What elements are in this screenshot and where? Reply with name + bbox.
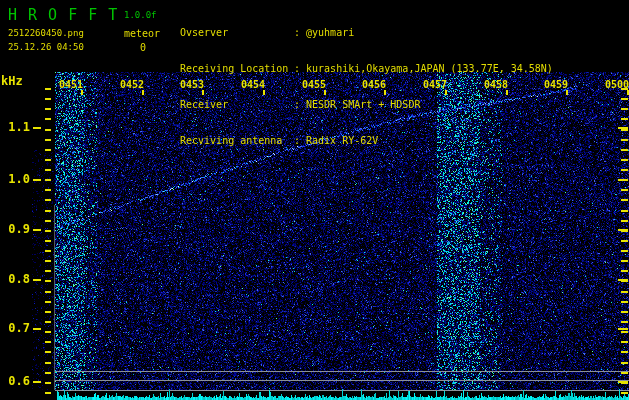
info-row-observer: Ovserver:@yuhmari [180, 27, 553, 39]
time-axis-label: 0457 [417, 80, 447, 89]
info-label: Ovserver [180, 27, 294, 39]
time-axis-label: 0455 [296, 80, 326, 89]
observation-datetime: 25.12.26 04:50 [8, 42, 84, 52]
info-row-receiver: Receiver:NESDR SMArt + HDSDR [180, 99, 553, 111]
info-row-location: Receiving Location:kurashiki,Okayama,JAP… [180, 63, 553, 75]
freq-axis-label: 0.7 [0, 323, 30, 334]
freq-axis-label: 1.0 [0, 174, 30, 185]
freq-axis-label: 0.8 [0, 274, 30, 285]
time-axis-label: 0459 [538, 80, 568, 89]
info-label: Receiving Location [180, 63, 294, 75]
info-separator: : [294, 63, 300, 75]
time-axis-label: 0452 [114, 80, 144, 89]
info-row-antenna: Recviving antenna:Radix RY-62V [180, 135, 553, 147]
time-axis-label: 0451 [53, 80, 83, 89]
time-axis-label: 0458 [478, 80, 508, 89]
info-separator: : [294, 99, 300, 111]
info-label: Recviving antenna [180, 135, 294, 147]
freq-axis-label: 0.9 [0, 224, 30, 235]
info-value: kurashiki,Okayama,JAPAN (133.77E, 34.58N… [306, 63, 553, 74]
info-value: NESDR SMArt + HDSDR [306, 99, 420, 110]
info-value: @yuhmari [306, 27, 354, 38]
app-title: H R O F F T [8, 6, 118, 24]
time-axis-label: 0500 [599, 80, 629, 89]
info-separator: : [294, 27, 300, 39]
freq-axis-label: 1.1 [0, 122, 30, 133]
freq-axis-label: 0.6 [0, 376, 30, 387]
app-version: 1.0.0f [124, 10, 157, 20]
freq-unit-label: kHz [1, 74, 23, 88]
info-separator: : [294, 135, 300, 147]
output-filename: 2512260450.png [8, 28, 84, 38]
hrofft-output-screen: H R O F F T 1.0.0f 2512260450.png meteor… [0, 0, 629, 400]
mode-label: meteor [124, 28, 160, 39]
time-axis-label: 0454 [235, 80, 265, 89]
time-axis-label: 0453 [174, 80, 204, 89]
time-axis-label: 0456 [356, 80, 386, 89]
info-label: Receiver [180, 99, 294, 111]
info-value: Radix RY-62V [306, 135, 378, 146]
meteor-count: 0 [140, 42, 146, 53]
